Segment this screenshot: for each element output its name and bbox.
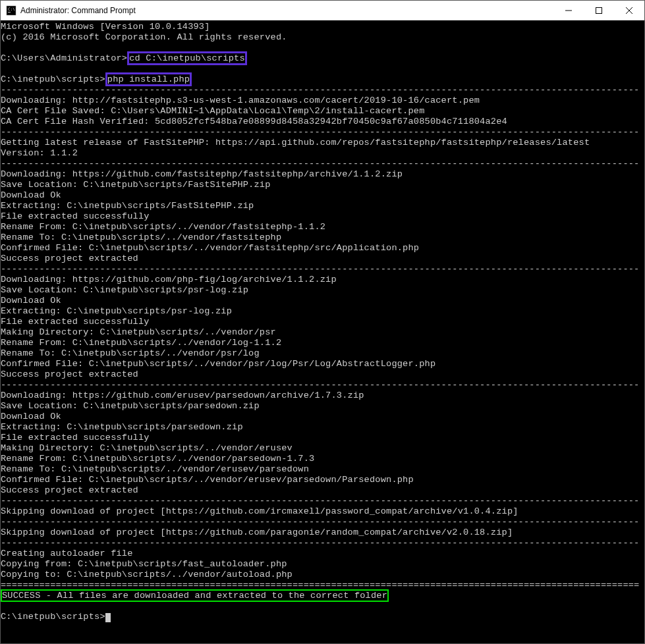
svg-rect-4 — [596, 7, 602, 13]
output-line: File extracted successfully — [1, 433, 150, 443]
maximize-button[interactable] — [584, 1, 614, 20]
prompt-path: C:\inetpub\scripts> — [1, 74, 105, 84]
highlighted-command: php install.php — [105, 72, 192, 86]
prompt-path: C:\Users\Administrator> — [1, 53, 127, 63]
separator-line: ----------------------------------------… — [1, 159, 639, 169]
separator-line: ----------------------------------------… — [1, 517, 639, 527]
separator-line: ----------------------------------------… — [1, 127, 639, 137]
output-line: Rename From: C:\inetpub\scripts/../vendo… — [1, 454, 314, 464]
output-line: Save Location: C:\inetpub\scripts/FastSi… — [1, 180, 271, 190]
output-line: Rename To: C:\inetpub\scripts/../vendor/… — [1, 464, 309, 474]
output-line: Extracting: C:\inetpub\scripts/FastSiteP… — [1, 201, 254, 211]
output-line: Creating autoloader file — [1, 549, 133, 558]
output-line: Success project extracted — [1, 485, 138, 495]
cursor — [105, 613, 111, 622]
terminal-output[interactable]: Microsoft Windows [Version 10.0.14393] (… — [1, 20, 644, 643]
output-line: CA Cert File Saved: C:\Users\ADMINI~1\Ap… — [1, 106, 425, 116]
output-line: Save Location: C:\inetpub\scripts/parsed… — [1, 401, 260, 411]
output-line: Save Location: C:\inetpub\scripts/psr-lo… — [1, 285, 248, 295]
command-prompt-window: C:\ Administrator: Command Prompt Micros… — [0, 0, 645, 644]
separator-line: ========================================… — [1, 580, 639, 590]
separator-line: ----------------------------------------… — [1, 380, 639, 390]
output-line: Extracting: C:\inetpub\scripts/parsedown… — [1, 422, 243, 432]
output-line: Skipping download of project [https://gi… — [1, 527, 513, 537]
output-line: Success project extracted — [1, 254, 138, 263]
output-line: Downloading: https://github.com/erusev/p… — [1, 390, 364, 400]
output-line: Rename To: C:\inetpub\scripts/../vendor/… — [1, 232, 281, 242]
output-line: Confirmed File: C:\inetpub\scripts/../ve… — [1, 475, 414, 485]
output-line: Download Ok — [1, 190, 61, 200]
prompt-path: C:\inetpub\scripts> — [1, 612, 105, 622]
output-line: Version: 1.1.2 — [1, 148, 78, 158]
cmd-icon: C:\ — [6, 5, 16, 16]
output-line: Extracting: C:\inetpub\scripts/psr-log.z… — [1, 306, 232, 316]
output-line: Copying from: C:\inetpub\scripts/fast_au… — [1, 559, 287, 569]
output-line: Download Ok — [1, 296, 61, 306]
output-line: Downloading: https://github.com/fastsite… — [1, 169, 403, 179]
svg-rect-2 — [8, 12, 11, 13]
separator-line: ----------------------------------------… — [1, 264, 639, 274]
window-controls — [553, 1, 644, 20]
output-line: Downloading: http://fastsitephp.s3-us-we… — [1, 95, 480, 105]
output-line: Making Directory: C:\inetpub\scripts/../… — [1, 327, 276, 337]
output-line: Skipping download of project [https://gi… — [1, 506, 519, 516]
svg-text:C:\: C:\ — [8, 7, 15, 11]
output-line: Rename To: C:\inetpub\scripts/../vendor/… — [1, 348, 260, 358]
separator-line: ----------------------------------------… — [1, 85, 639, 95]
separator-line: ----------------------------------------… — [1, 496, 639, 506]
output-line: Copying to: C:\inetpub\scripts/../vendor… — [1, 570, 293, 579]
output-line: Confirmed File: C:\inetpub\scripts/../ve… — [1, 243, 419, 253]
output-line: CA Cert File Hash Verified: 5cd8052fcf54… — [1, 117, 507, 126]
output-line: Getting latest release of FastSitePHP: h… — [1, 138, 590, 148]
separator-line: ----------------------------------------… — [1, 538, 639, 548]
output-line: Rename From: C:\inetpub\scripts/../vendo… — [1, 222, 325, 232]
titlebar[interactable]: C:\ Administrator: Command Prompt — [1, 1, 644, 20]
output-line: File extracted successfully — [1, 211, 150, 221]
output-line: Downloading: https://github.com/php-fig/… — [1, 275, 337, 284]
success-message: SUCCESS - All files are downloaded and e… — [1, 589, 389, 602]
output-line: Microsoft Windows [Version 10.0.14393] — [1, 22, 210, 32]
output-line: File extracted successfully — [1, 317, 150, 327]
minimize-button[interactable] — [553, 1, 584, 20]
highlighted-command: cd C:\inetpub\scripts — [127, 51, 247, 65]
output-line: Making Directory: C:\inetpub\scripts/../… — [1, 443, 293, 453]
output-line: Rename From: C:\inetpub\scripts/../vendo… — [1, 338, 281, 348]
output-line: Download Ok — [1, 412, 61, 421]
output-line: Success project extracted — [1, 369, 138, 379]
window-title: Administrator: Command Prompt — [20, 6, 553, 15]
output-line: (c) 2016 Microsoft Corporation. All righ… — [1, 32, 287, 42]
close-button[interactable] — [614, 1, 644, 20]
output-line: Confirmed File: C:\inetpub\scripts/../ve… — [1, 359, 435, 369]
